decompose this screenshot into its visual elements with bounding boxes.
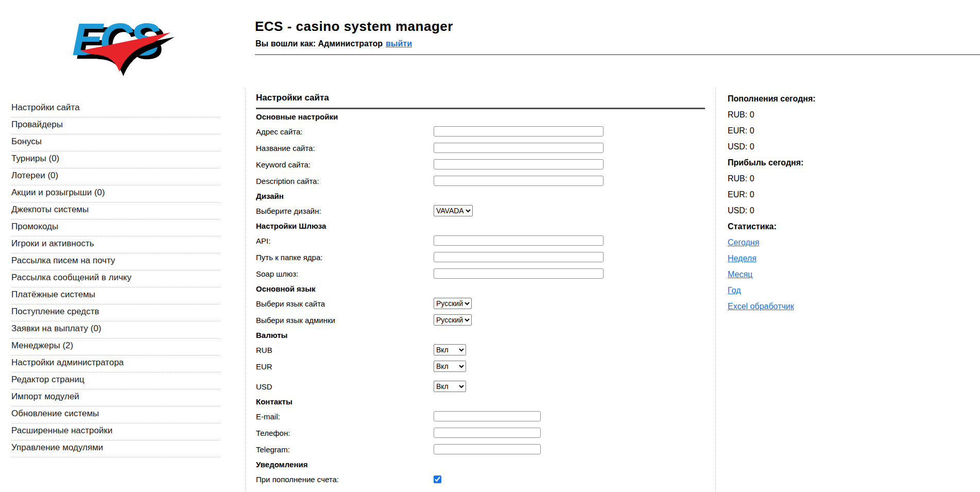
sidebar-item-21[interactable]: Управление модулями — [11, 440, 220, 457]
site-name-input[interactable] — [434, 143, 604, 153]
form-row: Keyword сайта: — [256, 159, 715, 170]
soap-gateway-input[interactable] — [434, 268, 604, 279]
form-row: EUR Вкл — [256, 361, 715, 372]
sidebar-item-16[interactable]: Настройки администратора — [11, 355, 220, 372]
stats-link-4[interactable]: Год — [728, 285, 898, 295]
telegram-input[interactable] — [434, 444, 541, 454]
sidebar-item-9[interactable]: Игроки и активность — [11, 236, 220, 253]
sidebar-item-label: Настройки сайта — [11, 103, 80, 112]
sidebar-item-18[interactable]: Импорт модулей — [11, 389, 220, 406]
form-row: RUB Вкл — [256, 344, 715, 355]
rub-status-select[interactable]: Вкл — [434, 344, 466, 355]
sidebar-item-13[interactable]: Поступление средств — [11, 304, 220, 321]
sidebar-item-label: Джекпоты системы — [11, 205, 89, 214]
sidebar-item-6[interactable]: Акции и розыгрыши (0) — [11, 185, 220, 202]
sidebar-item-2[interactable]: Провайдеры — [11, 117, 220, 134]
sidebar-item-1[interactable]: Настройки сайта — [11, 100, 220, 117]
stats-group-title-label: Пополнения сегодня: — [728, 94, 816, 103]
section-heading: Дизайн — [256, 192, 715, 201]
logout-link[interactable]: выйти — [386, 39, 412, 48]
sidebar-item-label: Игроки и активность — [11, 239, 94, 248]
stats-row-label: USD: — [728, 142, 747, 151]
email-input[interactable] — [434, 411, 541, 421]
sidebar-item-14[interactable]: Заявки на выплату (0) — [11, 321, 220, 338]
sidebar-item-label: Менеджеры (2) — [11, 341, 73, 350]
section-heading: Валюты — [256, 331, 715, 340]
field-label: Выбери язык сайта — [256, 299, 434, 308]
sidebar-item-4[interactable]: Турниры (0) — [11, 151, 220, 168]
sidebar-item-label: Импорт модулей — [11, 392, 79, 401]
form-row: Адрес сайта: — [256, 126, 715, 137]
sidebar-menu: Настройки сайтаПровайдерыБонусыТурниры (… — [11, 100, 220, 457]
field-label: При пополнение счета: — [256, 475, 434, 484]
section-heading-label: Настройки Шлюза — [256, 222, 326, 230]
stats-group-title: Пополнения сегодня: — [728, 94, 898, 104]
stats-link-3[interactable]: Месяц — [728, 269, 898, 279]
field-label: API: — [256, 236, 434, 245]
site-settings-panel: Настройки сайта Основные настройки Адрес… — [245, 88, 716, 492]
sidebar-item-11[interactable]: Рассылка сообщений в личку — [11, 270, 220, 287]
stats-row-label: USD: — [728, 206, 747, 215]
design-select[interactable]: VAVADA — [434, 205, 473, 216]
field-label: RUB — [256, 346, 434, 354]
admin-language-select[interactable]: Русский — [434, 314, 472, 326]
sidebar-item-3[interactable]: Бонусы — [11, 134, 220, 151]
sidebar-item-17[interactable]: Редактор страниц — [11, 372, 220, 389]
form-row: Путь к папке ядра: — [256, 251, 715, 263]
sidebar-item-label: Обновление системы — [11, 409, 99, 418]
stats-row-label: RUB: — [728, 110, 747, 119]
stats-row-value: 0 — [750, 126, 754, 135]
stats-panel: Пополнения сегодня:RUB: 0EUR: 0USD: 0При… — [728, 94, 898, 317]
stats-link-5[interactable]: Excel обработчик — [728, 301, 898, 311]
site-description-input[interactable] — [434, 176, 604, 186]
section-heading: Основной язык — [256, 284, 715, 294]
field-label: Телефон: — [256, 429, 434, 437]
stats-group-title-label: Прибыль сегодня: — [728, 158, 803, 167]
page-title: Настройки сайта — [256, 93, 715, 103]
phone-input[interactable] — [434, 428, 541, 438]
stats-row-value: 0 — [750, 142, 754, 151]
deposit-notification-checkbox[interactable] — [434, 476, 441, 483]
stats-link-2[interactable]: Неделя — [728, 253, 898, 263]
stats-row-label: EUR: — [728, 190, 747, 199]
sidebar-item-label: Акции и розыгрыши (0) — [11, 188, 105, 197]
field-label: Soap шлюз: — [256, 269, 434, 278]
section-heading: Основные настройки — [256, 112, 715, 122]
ecs-logo-icon: ECS ECS — [70, 6, 176, 79]
sidebar-item-8[interactable]: Промокоды — [11, 219, 220, 236]
sidebar-item-label: Рассылка сообщений в личку — [11, 273, 131, 282]
form-row: Выберите дизайн: VAVADA — [256, 205, 715, 216]
stats-row: RUB: 0 — [728, 110, 898, 120]
section-heading-label: Контакты — [256, 397, 293, 406]
core-folder-path-input[interactable] — [434, 252, 604, 262]
eur-status-select[interactable]: Вкл — [434, 361, 466, 372]
sidebar-item-label: Промокоды — [11, 222, 58, 231]
stats-row-value: 0 — [750, 190, 754, 199]
sidebar-item-label: Платёжные системы — [11, 290, 95, 299]
stats-row-label: EUR: — [728, 126, 747, 135]
sidebar-item-7[interactable]: Джекпоты системы — [11, 202, 220, 219]
sidebar-item-label: Провайдеры — [11, 120, 63, 129]
sidebar-item-5[interactable]: Лотереи (0) — [11, 168, 220, 185]
login-status-text: Вы вошли как: Администратор — [255, 39, 383, 48]
sidebar-item-label: Расширенные настройки — [11, 426, 112, 435]
sidebar-item-19[interactable]: Обновление системы — [11, 406, 220, 423]
stats-link-1[interactable]: Сегодня — [728, 237, 898, 247]
sidebar-item-12[interactable]: Платёжные системы — [11, 287, 220, 304]
stats-group-title: Статистика: — [728, 222, 898, 231]
sidebar-item-20[interactable]: Расширенные настройки — [11, 423, 220, 440]
sidebar-item-label: Лотереи (0) — [11, 171, 58, 180]
site-keyword-input[interactable] — [434, 159, 604, 169]
stats-group-title: Прибыль сегодня: — [728, 158, 898, 167]
sidebar-item-label: Турниры (0) — [11, 154, 59, 163]
stats-row: USD: 0 — [728, 142, 898, 151]
sidebar-item-15[interactable]: Менеджеры (2) — [11, 338, 220, 355]
field-label: Keyword сайта: — [256, 160, 434, 169]
usd-status-select[interactable]: Вкл — [434, 381, 466, 392]
sidebar-item-10[interactable]: Рассылка писем на почту — [11, 253, 220, 270]
form-row: Название сайта: — [256, 142, 715, 154]
api-input[interactable] — [434, 235, 604, 246]
sidebar-item-label: Заявки на выплату (0) — [11, 324, 101, 333]
site-address-input[interactable] — [434, 126, 604, 137]
site-language-select[interactable]: Русский — [434, 298, 472, 309]
